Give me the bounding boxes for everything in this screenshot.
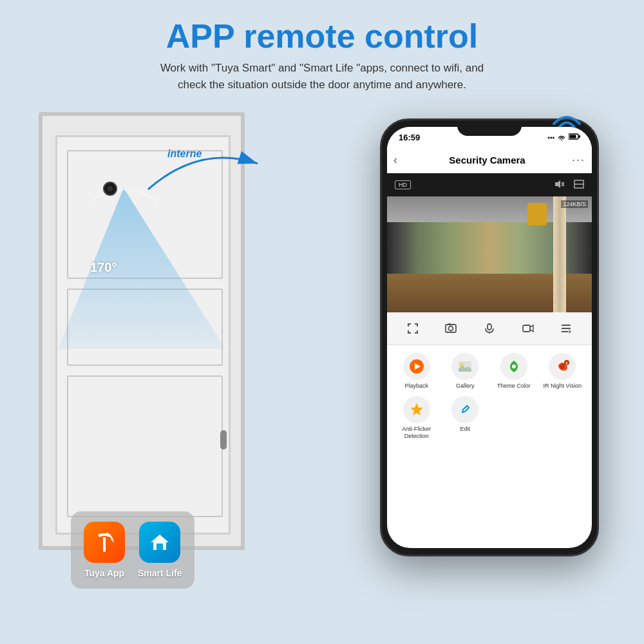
mute-icon[interactable] xyxy=(554,180,565,191)
playback-icon xyxy=(403,353,430,380)
fov-cone xyxy=(52,182,232,349)
anti-flicker-label: Anti-Flicker Detection xyxy=(393,426,440,440)
gallery-icon xyxy=(451,353,478,380)
ir-night-vision-icon: 6 xyxy=(549,353,576,380)
door-handle xyxy=(220,430,227,450)
tuya-app-badge: Tuya App xyxy=(84,522,125,578)
smartphone-device: 16:59 ▪▪▪ xyxy=(380,118,599,556)
record-ctrl[interactable] xyxy=(518,319,538,338)
gallery-label: Gallery xyxy=(456,383,475,390)
phone-notch xyxy=(457,120,522,136)
fullscreen-ctrl[interactable] xyxy=(403,319,422,338)
feed-ctrl-row xyxy=(387,316,592,341)
status-time: 16:59 xyxy=(399,133,420,142)
main-content: 170° interne xyxy=(0,99,644,627)
back-button[interactable]: ‹ xyxy=(393,153,397,167)
mic-ctrl[interactable] xyxy=(480,319,499,338)
anti-flicker-function[interactable]: Anti-Flicker Detection xyxy=(393,396,440,440)
page-subtitle: Work with "Tuya Smart" and "Smart Life "… xyxy=(39,60,605,93)
camera-image xyxy=(387,196,592,312)
page-title: APP remote control xyxy=(39,18,605,55)
svg-point-5 xyxy=(561,140,562,141)
svg-marker-9 xyxy=(555,180,560,188)
edit-icon xyxy=(451,396,478,423)
svg-point-36 xyxy=(459,403,471,416)
app-screen-title: Security Camera xyxy=(402,155,572,166)
app-functions-row1: Playback Gallery xyxy=(387,350,592,392)
layout-icon[interactable] xyxy=(574,180,584,191)
hd-quality-badge[interactable]: HD xyxy=(395,180,411,189)
svg-marker-0 xyxy=(58,188,225,349)
app-functions-row2: Anti-Flicker Detection Edit xyxy=(387,392,592,442)
feed-speed-label: 124KB/S xyxy=(561,200,588,208)
door-section: 170° interne xyxy=(19,99,354,627)
svg-rect-19 xyxy=(523,325,530,332)
page-header: APP remote control Work with "Tuya Smart… xyxy=(0,0,644,99)
signal-icon: ▪▪▪ xyxy=(547,134,554,141)
edit-function[interactable]: Edit xyxy=(442,396,488,440)
camera-right-icons xyxy=(554,180,584,191)
svg-point-32 xyxy=(560,364,565,369)
anti-flicker-icon xyxy=(403,396,430,423)
svg-point-15 xyxy=(449,327,453,331)
status-icons: ▪▪▪ xyxy=(547,133,580,142)
smartlife-app-badge: Smart Life xyxy=(138,522,182,578)
camera-controls-bar: HD xyxy=(387,173,592,196)
more-options-button[interactable]: ··· xyxy=(572,153,585,167)
screenshot-ctrl[interactable] xyxy=(441,319,460,338)
svg-marker-35 xyxy=(410,403,423,415)
svg-rect-16 xyxy=(448,323,451,325)
app-functions-grid: Playback Gallery xyxy=(387,345,592,447)
svg-rect-3 xyxy=(156,544,163,550)
theme-color-icon xyxy=(500,353,527,380)
door-panel-bot xyxy=(67,375,223,517)
svg-rect-7 xyxy=(579,135,581,138)
svg-point-30 xyxy=(512,365,516,368)
fov-angle-label: 170° xyxy=(90,260,117,275)
playback-label: Playback xyxy=(404,383,428,390)
porch-column xyxy=(553,196,566,312)
placeholder-func-4 xyxy=(539,396,585,440)
app-badges-container: Tuya App Smart Life xyxy=(71,511,194,589)
svg-point-28 xyxy=(460,363,464,366)
svg-text:6: 6 xyxy=(566,361,568,365)
smartlife-app-label: Smart Life xyxy=(138,568,182,578)
tuya-app-label: Tuya App xyxy=(84,568,124,578)
theme-color-label: Theme Color xyxy=(497,383,531,390)
theme-color-function[interactable]: Theme Color xyxy=(491,353,537,390)
feed-controls xyxy=(387,312,592,345)
app-header-bar: ‹ Security Camera ··· xyxy=(387,147,592,173)
wifi-status-icon xyxy=(557,133,566,142)
menu-ctrl[interactable] xyxy=(556,319,576,338)
door-illustration: 170° xyxy=(39,112,245,563)
placeholder-func-3 xyxy=(491,396,537,440)
phone-screen: 16:59 ▪▪▪ xyxy=(387,127,592,548)
svg-rect-17 xyxy=(488,324,491,330)
svg-rect-8 xyxy=(570,135,576,138)
tuya-app-icon xyxy=(84,522,125,563)
phone-section: 16:59 ▪▪▪ xyxy=(354,99,625,627)
edit-label: Edit xyxy=(460,426,470,433)
ir-night-vision-function[interactable]: 6 IR Night Vision xyxy=(539,353,585,390)
gallery-function[interactable]: Gallery xyxy=(442,353,488,390)
battery-icon xyxy=(569,133,580,141)
smartlife-app-icon xyxy=(139,522,180,563)
porch-lamp xyxy=(527,203,547,225)
camera-feed: 124KB/S xyxy=(387,196,592,312)
ir-night-vision-label: IR Night Vision xyxy=(544,383,582,390)
playback-function[interactable]: Playback xyxy=(393,353,440,390)
